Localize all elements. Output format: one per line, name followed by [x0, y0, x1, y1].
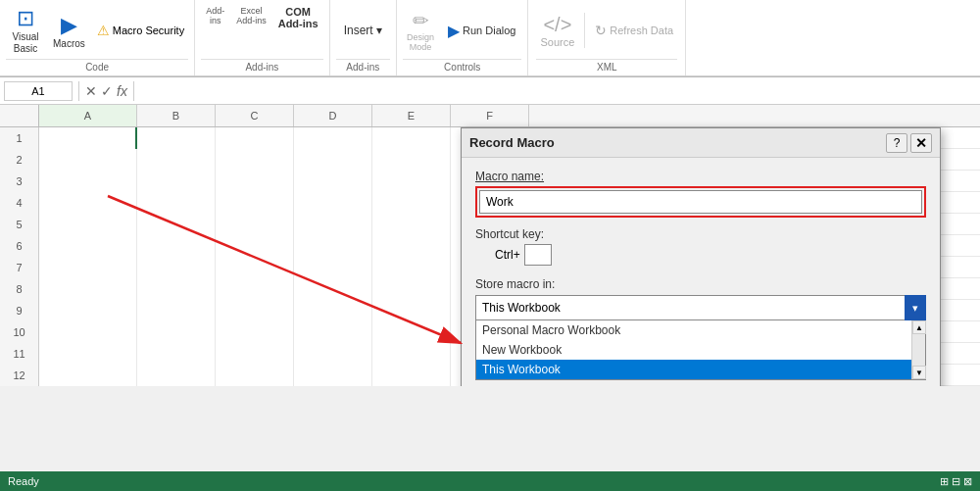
shortcut-input[interactable]: [524, 244, 552, 266]
table-cell[interactable]: [372, 343, 451, 365]
dropdown-option-new[interactable]: New Workbook: [476, 340, 925, 360]
table-cell[interactable]: [294, 365, 372, 386]
source-button[interactable]: </> Source: [536, 12, 578, 50]
table-cell[interactable]: [137, 321, 216, 343]
table-cell[interactable]: [372, 235, 451, 257]
table-cell[interactable]: [137, 214, 216, 235]
table-cell[interactable]: [137, 257, 216, 278]
store-dropdown-button[interactable]: ▾: [905, 295, 926, 320]
visual-basic-button[interactable]: ⊡ Visual Basic: [6, 4, 45, 57]
table-cell[interactable]: [294, 235, 372, 257]
macro-name-label: Macro name:: [475, 170, 544, 183]
refresh-data-button[interactable]: ↻ Refresh Data: [591, 19, 677, 42]
table-cell[interactable]: [294, 214, 372, 235]
macro-security-button[interactable]: ⚠ Macro Security: [93, 21, 188, 40]
table-cell[interactable]: [137, 365, 216, 386]
macros-button[interactable]: ▶ Macros: [49, 11, 89, 51]
ribbon-group-addins: Add- ins Excel Add-ins COM Add-ins Add-i…: [195, 0, 329, 75]
macro-name-input[interactable]: [479, 190, 922, 214]
table-cell[interactable]: [294, 300, 372, 321]
table-cell[interactable]: [39, 127, 137, 149]
col-header-b[interactable]: B: [137, 105, 216, 126]
table-cell[interactable]: [39, 343, 137, 365]
add-ins-button[interactable]: Add- ins: [201, 4, 229, 27]
table-cell[interactable]: [137, 149, 216, 171]
table-cell[interactable]: [294, 278, 372, 300]
table-cell[interactable]: [216, 235, 294, 257]
table-cell[interactable]: [372, 214, 451, 235]
scroll-track: [912, 334, 925, 366]
table-cell[interactable]: [216, 257, 294, 278]
dialog-close-button[interactable]: ✕: [910, 133, 932, 153]
table-cell[interactable]: [294, 343, 372, 365]
table-cell[interactable]: [216, 127, 294, 149]
col-header-e[interactable]: E: [372, 105, 451, 126]
confirm-formula-icon[interactable]: ✓: [101, 83, 113, 99]
table-cell[interactable]: [216, 192, 294, 214]
insert-button[interactable]: Insert ▾: [336, 20, 390, 41]
table-cell[interactable]: [294, 171, 372, 192]
table-cell[interactable]: [39, 192, 137, 214]
table-cell[interactable]: [39, 235, 137, 257]
table-cell[interactable]: [372, 192, 451, 214]
table-cell[interactable]: [137, 235, 216, 257]
table-cell[interactable]: [39, 321, 137, 343]
col-header-f[interactable]: F: [451, 105, 529, 126]
table-cell[interactable]: [372, 257, 451, 278]
table-cell[interactable]: [216, 171, 294, 192]
table-cell[interactable]: [137, 300, 216, 321]
table-cell[interactable]: [137, 127, 216, 149]
col-header-a[interactable]: A: [39, 105, 137, 126]
dropdown-option-this[interactable]: This Workbook: [476, 360, 925, 379]
table-cell[interactable]: [137, 171, 216, 192]
table-cell[interactable]: [372, 127, 451, 149]
dropdown-scroll-up[interactable]: ▲: [912, 320, 926, 334]
table-cell[interactable]: [294, 192, 372, 214]
table-cell[interactable]: [372, 321, 451, 343]
store-label: Store macro in:: [475, 277, 926, 291]
table-cell[interactable]: [216, 321, 294, 343]
table-cell[interactable]: [216, 300, 294, 321]
cell-reference-input[interactable]: [4, 81, 73, 101]
table-cell[interactable]: [294, 149, 372, 171]
table-cell[interactable]: [216, 278, 294, 300]
table-cell[interactable]: [372, 300, 451, 321]
table-cell[interactable]: [39, 278, 137, 300]
cancel-formula-icon[interactable]: ✕: [85, 83, 97, 99]
table-cell[interactable]: [216, 214, 294, 235]
dialog-help-button[interactable]: ?: [886, 133, 907, 153]
table-cell[interactable]: [39, 257, 137, 278]
formula-input[interactable]: [140, 77, 976, 104]
table-cell[interactable]: [372, 171, 451, 192]
table-cell[interactable]: [372, 149, 451, 171]
com-add-ins-button[interactable]: COM Add-ins: [273, 4, 323, 31]
dropdown-option-personal[interactable]: Personal Macro Workbook: [476, 320, 925, 340]
table-cell[interactable]: [216, 149, 294, 171]
insert-group-label: Add-ins: [336, 59, 390, 75]
insert-function-icon[interactable]: fx: [117, 83, 127, 99]
col-header-d[interactable]: D: [294, 105, 372, 126]
table-cell[interactable]: [39, 149, 137, 171]
run-dialog-button[interactable]: ▶ Run Dialog: [442, 18, 521, 44]
table-cell[interactable]: [216, 343, 294, 365]
table-cell[interactable]: [294, 321, 372, 343]
table-cell[interactable]: [39, 300, 137, 321]
table-cell[interactable]: [294, 127, 372, 149]
col-header-c[interactable]: C: [216, 105, 294, 126]
table-cell[interactable]: [39, 214, 137, 235]
table-cell[interactable]: [294, 257, 372, 278]
table-cell[interactable]: [137, 343, 216, 365]
store-dropdown-display: This Workbook: [475, 295, 926, 320]
table-cell[interactable]: [137, 278, 216, 300]
dropdown-scroll-down[interactable]: ▼: [912, 366, 926, 379]
table-cell[interactable]: [137, 192, 216, 214]
excel-add-ins-button[interactable]: Excel Add-ins: [231, 4, 271, 27]
store-macro-group: Store macro in: This Workbook ▾: [475, 277, 926, 380]
design-mode-button[interactable]: ✏ DesignMode: [403, 7, 438, 54]
table-cell[interactable]: [39, 171, 137, 192]
table-cell[interactable]: [216, 365, 294, 386]
table-cell[interactable]: [372, 278, 451, 300]
table-cell[interactable]: [372, 365, 451, 386]
row-number: 2: [0, 149, 39, 171]
table-cell[interactable]: [39, 365, 137, 386]
